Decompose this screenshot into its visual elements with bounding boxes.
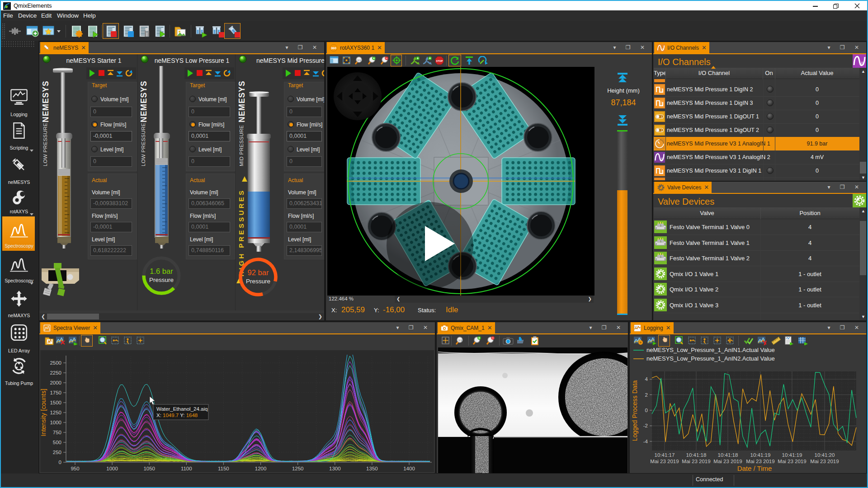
svg-text:3: 3 <box>664 227 665 230</box>
svg-text:950: 950 <box>71 466 79 471</box>
svg-text:1000: 1000 <box>50 420 61 425</box>
svg-text:3: 3 <box>664 258 665 261</box>
svg-text:2: 2 <box>656 243 657 245</box>
svg-text:STOP: STOP <box>436 60 443 62</box>
svg-text:1000: 1000 <box>106 466 118 471</box>
svg-text:1: 1 <box>661 129 663 132</box>
svg-text:2: 2 <box>656 258 657 261</box>
svg-text:1: 1 <box>661 115 663 118</box>
svg-text:500: 500 <box>53 440 61 445</box>
svg-text:Logged Process Data: Logged Process Data <box>631 380 638 441</box>
svg-text:1:1: 1:1 <box>358 59 361 61</box>
svg-text:Mai 23 2019: Mai 23 2019 <box>810 459 839 464</box>
svg-text:0: 0 <box>59 460 61 465</box>
svg-text:4: 4 <box>645 376 648 382</box>
svg-text:10:41:19: 10:41:19 <box>782 452 802 458</box>
svg-text:2: 2 <box>645 392 648 398</box>
svg-text:2500: 2500 <box>50 360 61 366</box>
svg-text:750: 750 <box>53 430 61 435</box>
svg-text:3: 3 <box>664 243 665 245</box>
svg-text:1: 1 <box>660 224 661 227</box>
svg-text:1: 1 <box>660 240 661 243</box>
svg-text:neMESYS_Low_Pressure_1_AnIN1.A: neMESYS_Low_Pressure_1_AnIN1.Actual Valu… <box>646 347 775 353</box>
svg-text:10:41:17: 10:41:17 <box>655 452 675 458</box>
svg-text:92 bar: 92 bar <box>248 268 269 277</box>
svg-text:1500: 1500 <box>50 400 61 405</box>
svg-text:1350: 1350 <box>366 466 378 471</box>
svg-text:250: 250 <box>53 450 61 455</box>
svg-text:10:41:18: 10:41:18 <box>686 452 707 458</box>
svg-text:2: 2 <box>656 227 657 230</box>
svg-text:Mai 23 2019: Mai 23 2019 <box>713 459 742 464</box>
svg-text:1100: 1100 <box>181 466 192 471</box>
svg-text:-2: -2 <box>643 423 648 428</box>
svg-text:Pressure: Pressure <box>149 277 174 283</box>
svg-text:1.6 bar: 1.6 bar <box>150 267 173 275</box>
svg-text:1150: 1150 <box>218 466 229 471</box>
svg-text:-4: -4 <box>643 439 648 444</box>
svg-text:10:41:18: 10:41:18 <box>718 452 738 458</box>
svg-text:1200: 1200 <box>255 466 267 471</box>
svg-text:Date / Time: Date / Time <box>737 465 772 472</box>
svg-text:Water_Ethanol_24.aiq: Water_Ethanol_24.aiq <box>156 406 208 412</box>
svg-text:1250: 1250 <box>50 410 61 415</box>
svg-text:1: 1 <box>660 255 661 258</box>
svg-text:1300: 1300 <box>329 466 341 471</box>
svg-text:Intensity [counts]: Intensity [counts] <box>40 389 47 436</box>
svg-text:Pressure: Pressure <box>246 278 270 285</box>
svg-text:1750: 1750 <box>50 390 61 395</box>
svg-text:neMESYS_Low_Pressure_1_AnIN2.A: neMESYS_Low_Pressure_1_AnIN2.Actual Valu… <box>646 355 775 362</box>
svg-text:360: 360 <box>331 46 337 50</box>
svg-text:10:41:19: 10:41:19 <box>750 452 771 458</box>
svg-text:Mai 23 2019: Mai 23 2019 <box>746 459 774 464</box>
svg-text:Mai 23 2019: Mai 23 2019 <box>778 459 806 464</box>
svg-text:0: 0 <box>645 408 648 413</box>
svg-text:1250: 1250 <box>292 466 304 471</box>
svg-text:2250: 2250 <box>50 370 61 375</box>
svg-text:X: 1049.7 Y: 1648: X: 1049.7 Y: 1648 <box>156 413 198 418</box>
svg-text:10:41:20: 10:41:20 <box>815 452 835 458</box>
svg-text:Mai 23 2019: Mai 23 2019 <box>682 459 710 464</box>
svg-text:1:1: 1:1 <box>458 339 462 342</box>
svg-text:Mai 23 2019: Mai 23 2019 <box>650 459 679 464</box>
svg-text:2000: 2000 <box>50 380 61 385</box>
svg-text:1400: 1400 <box>403 466 415 471</box>
svg-text:1050: 1050 <box>143 466 155 471</box>
